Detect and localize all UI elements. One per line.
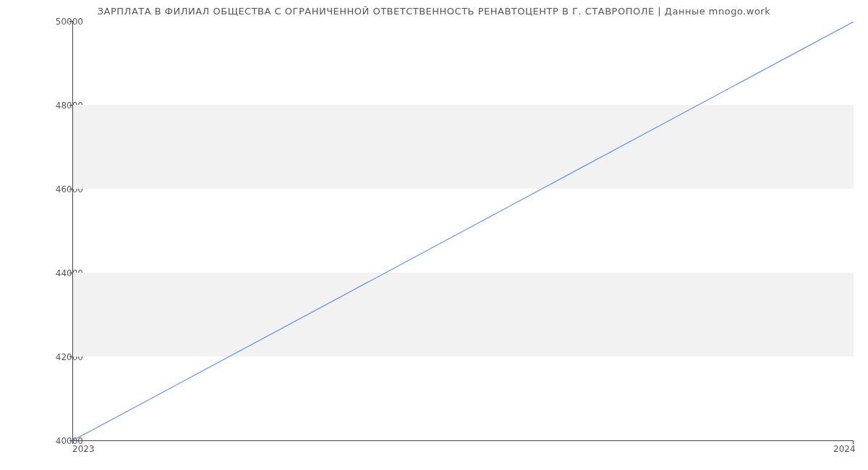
line-path [73,22,854,440]
y-tick-mark [69,21,73,22]
y-tick-mark [69,356,73,357]
y-tick-mark [69,105,73,106]
chart-title: ЗАРПЛАТА В ФИЛИАЛ ОБЩЕСТВА С ОГРАНИЧЕННО… [0,6,868,17]
grid-band [73,105,854,189]
grid-band [73,273,854,356]
line-series [73,22,854,440]
plot-area [72,22,854,441]
y-tick-mark [69,273,73,273]
y-tick-mark [69,189,73,189]
x-tick-label: 2024 [833,444,856,454]
chart-container: ЗАРПЛАТА В ФИЛИАЛ ОБЩЕСТВА С ОГРАНИЧЕННО… [0,0,868,470]
x-tick-label: 2023 [72,444,95,454]
